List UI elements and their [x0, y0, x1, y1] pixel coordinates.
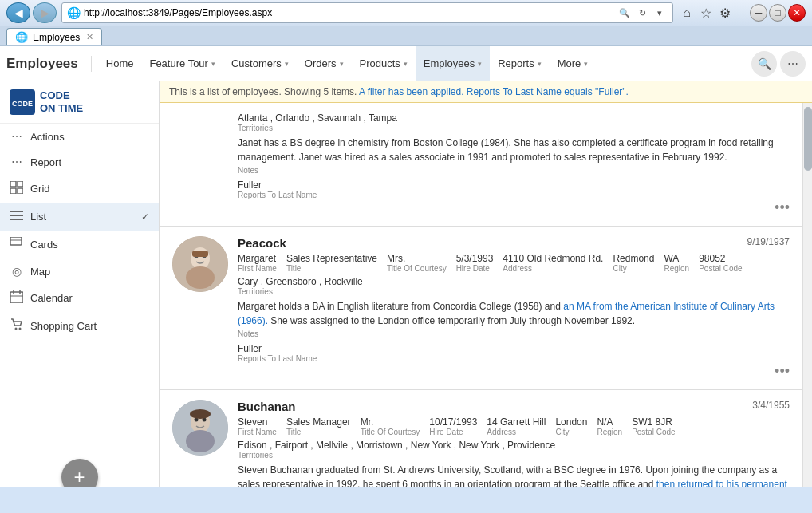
address-dropdown[interactable]: ▾	[652, 5, 668, 21]
cards-icon	[10, 237, 24, 252]
emp-header-buchanan: Buchanan 3/4/1955	[238, 400, 790, 413]
calendar-icon	[10, 290, 24, 306]
address-bar: 🌐 🔍 ↻ ▾	[61, 2, 673, 23]
emp-territories-janet: Atlanta , Orlando , Savannah , Tampa Ter…	[238, 112, 790, 132]
refresh-button[interactable]: ↻	[634, 5, 650, 21]
close-button[interactable]: ✕	[788, 4, 806, 22]
browser-chrome: ◀ ▶ 🌐 🔍 ↻ ▾ ⌂ ☆ ⚙ ─ □ ✕ 🌐 Employees ✕	[0, 0, 812, 46]
territories-label-janet: Territories	[238, 124, 790, 132]
svg-rect-5	[18, 188, 23, 194]
sidebar-item-calendar[interactable]: Calendar	[0, 284, 159, 312]
svg-rect-2	[10, 181, 16, 187]
list-icon	[10, 209, 24, 224]
table-row: Peacock 9/19/1937 Margaret First Name Sa…	[160, 227, 802, 390]
favorites-button[interactable]: ☆	[697, 4, 715, 22]
emp-hiredate-field: 5/3/1993 Hire Date	[456, 253, 494, 273]
emp-actions-janet[interactable]: •••	[775, 199, 790, 216]
emp-reports-janet: Fuller Reports To Last Name	[238, 180, 790, 199]
nav-reports-label: Reports	[498, 57, 534, 69]
home-button[interactable]: ⌂	[678, 4, 696, 22]
search-in-address[interactable]: 🔍	[617, 5, 633, 21]
tab-favicon: 🌐	[15, 31, 28, 43]
emp-toc-buchanan: Mr. Title Of Courtesy	[361, 416, 420, 436]
sidebar-item-map[interactable]: ◎ Map	[0, 258, 159, 284]
scrollbar-thumb[interactable]	[804, 107, 812, 171]
employee-body-peacock: Peacock 9/19/1937 Margaret First Name Sa…	[238, 236, 790, 380]
emp-fields-buchanan: Steven First Name Sales Manager Title Mr…	[238, 416, 790, 436]
fab-button[interactable]: +	[61, 459, 98, 487]
address-bar-actions: 🔍 ↻ ▾	[617, 5, 668, 21]
sidebar-cards-label: Cards	[30, 239, 58, 251]
nav-item-orders[interactable]: Orders ▾	[297, 46, 352, 81]
active-tab[interactable]: 🌐 Employees ✕	[6, 28, 102, 45]
svg-text:CODE: CODE	[12, 100, 33, 108]
emp-hiredate-buchanan: 10/17/1993 Hire Date	[429, 416, 477, 436]
search-button[interactable]: 🔍	[751, 51, 777, 77]
notes-label-janet: Notes	[238, 164, 790, 176]
nav-item-home[interactable]: Home	[98, 46, 142, 81]
scrollbar-track[interactable]: ▼	[802, 103, 812, 487]
nav-orders-label: Orders	[305, 57, 337, 69]
more-menu-button[interactable]: ⋯	[780, 51, 806, 77]
sidebar-map-label: Map	[30, 266, 50, 278]
nav-item-employees[interactable]: Employees ▾	[416, 46, 490, 81]
emp-territories-buchanan: Edison , Fairport , Mellvile , Morristow…	[238, 440, 790, 460]
nav-products-label: Products	[360, 57, 400, 69]
emp-postal-field: 98052 Postal Code	[699, 253, 742, 273]
sidebar-item-shopping-cart[interactable]: Shopping Cart	[0, 312, 159, 340]
settings-button[interactable]: ⚙	[716, 4, 734, 22]
sidebar: CODE CODE ON TIME ⋯ Actions ⋯ Report	[0, 81, 160, 487]
sidebar-menu: ⋯ Actions ⋯ Report Grid Li	[0, 124, 159, 451]
nav-item-customers[interactable]: Customers ▾	[223, 46, 297, 81]
emp-actions-peacock[interactable]: •••	[775, 363, 790, 380]
orders-caret: ▾	[340, 60, 344, 68]
customers-caret: ▾	[285, 60, 289, 68]
sidebar-item-cards[interactable]: Cards	[0, 231, 159, 258]
address-input[interactable]	[84, 7, 613, 18]
reports-caret: ▾	[538, 60, 542, 68]
emp-city-field: Redmond City	[613, 253, 654, 273]
table-row: Atlanta , Orlando , Savannah , Tampa Ter…	[160, 103, 802, 227]
forward-button[interactable]: ▶	[33, 2, 57, 23]
map-icon: ◎	[10, 265, 24, 278]
emp-title-field: Sales Representative Title	[286, 253, 377, 273]
employee-list: Atlanta , Orlando , Savannah , Tampa Ter…	[160, 103, 802, 487]
nav-item-reports[interactable]: Reports ▾	[490, 46, 550, 81]
nav-more-label: More	[558, 57, 581, 69]
notes-highlight-peacock: an MA from the American Institute of Cul…	[238, 301, 775, 326]
minimize-button[interactable]: ─	[750, 4, 767, 22]
browser-icon: 🌐	[67, 6, 81, 19]
feature-tour-caret: ▾	[211, 60, 215, 68]
filter-bar: This is a list of employees. Showing 5 i…	[160, 81, 812, 103]
window-controls: ⌂ ☆ ⚙ ─ □ ✕	[678, 4, 806, 22]
nav-item-feature-tour[interactable]: Feature Tour ▾	[141, 46, 223, 81]
sidebar-logo: CODE CODE ON TIME	[0, 81, 159, 124]
filter-link[interactable]: A filter has been applied. Reports To La…	[359, 86, 629, 97]
sidebar-item-grid[interactable]: Grid	[0, 175, 159, 203]
tab-close-button[interactable]: ✕	[86, 32, 93, 42]
reports-to-label-janet: Reports To Last Name	[238, 191, 790, 199]
top-nav: Employees Home Feature Tour ▾ Customers …	[0, 46, 812, 81]
sidebar-item-actions[interactable]: ⋯ Actions	[0, 124, 159, 149]
emp-lastname-peacock: Peacock	[238, 236, 286, 250]
sidebar-item-list[interactable]: List ✓	[0, 203, 159, 231]
svg-rect-4	[10, 188, 16, 194]
emp-firstname-buchanan: Steven First Name	[238, 416, 277, 436]
sidebar-item-report[interactable]: ⋯ Report	[0, 149, 159, 175]
browser-titlebar: ◀ ▶ 🌐 🔍 ↻ ▾ ⌂ ☆ ⚙ ─ □ ✕	[0, 0, 812, 26]
nav-item-more[interactable]: More ▾	[550, 46, 597, 81]
emp-dob-peacock: 9/19/1937	[747, 236, 790, 247]
reports-to-janet: Fuller	[238, 180, 790, 191]
maximize-button[interactable]: □	[769, 4, 786, 22]
svg-point-19	[186, 266, 215, 289]
svg-rect-9	[10, 237, 22, 245]
employee-body-buchanan: Buchanan 3/4/1955 Steven First Name Sale…	[238, 400, 790, 487]
back-button[interactable]: ◀	[6, 2, 30, 23]
sidebar-grid-label: Grid	[30, 183, 50, 195]
emp-notes-janet: Janet has a BS degree in chemistry from …	[238, 136, 790, 176]
svg-point-15	[15, 328, 18, 330]
sidebar-list-label: List	[30, 211, 46, 223]
grid-icon	[10, 181, 24, 196]
emp-header-peacock: Peacock 9/19/1937	[238, 236, 790, 250]
nav-item-products[interactable]: Products ▾	[352, 46, 416, 81]
